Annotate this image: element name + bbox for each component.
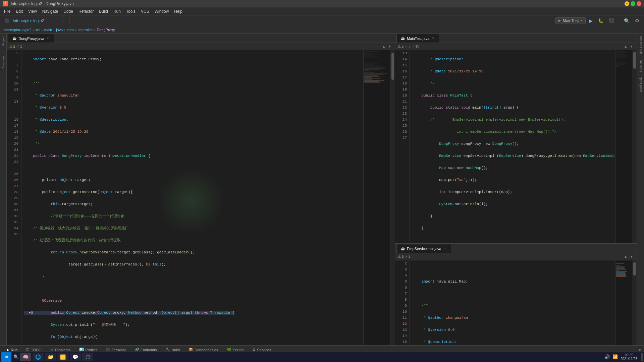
toolbar-sep-2 — [69, 17, 69, 24]
tab-empserviceimpl-close[interactable]: × — [443, 247, 447, 250]
collapse-down-btn[interactable]: ▼ — [387, 45, 392, 48]
app3-taskbar-app[interactable]: 🎵 — [82, 353, 93, 361]
menu-build[interactable]: Build — [96, 8, 111, 14]
menu-refactor[interactable]: Refactor — [76, 8, 96, 14]
taskbar-right-area: 🔊 📶 20:35 2021/11/25 — [604, 353, 643, 361]
right-bottom-header: ⚠ 5 ✓ 2 ▲ ▼ — [395, 253, 637, 260]
menu-code[interactable]: Code — [61, 8, 76, 14]
menu-tools[interactable]: Tools — [123, 8, 138, 14]
menu-run[interactable]: Run — [111, 8, 123, 14]
left-editor-tabs: ☕ DongProxy.java × — [7, 34, 395, 43]
run-config-dropdown[interactable]: ▶ MainTest ▼ — [555, 17, 586, 24]
toolbar-project-icon: ⬛ — [3, 18, 11, 23]
run-config-icon: ▶ — [558, 18, 561, 23]
right-top-collapse-down[interactable]: ▼ — [629, 45, 634, 48]
right-bottom-collapse-down[interactable]: ▼ — [629, 255, 634, 258]
right-top-warning: ⚠ 5 — [398, 45, 404, 48]
title-bar: I Interceptor-login2 - DongProxy.java − … — [0, 0, 644, 7]
tab-maintest[interactable]: ☕ MainTest.java × — [396, 34, 439, 43]
left-code-content: import java.lang.reflect.Proxy; /** * @a… — [21, 50, 363, 345]
breadcrumb-controller[interactable]: controller — [77, 28, 93, 32]
menu-file[interactable]: File — [1, 8, 13, 14]
edge-taskbar-app[interactable]: 🌐 — [33, 353, 44, 361]
file-taskbar-app[interactable]: 📁 — [45, 353, 56, 361]
left-scrollbar[interactable] — [390, 50, 395, 345]
search-taskbar-icon: 🔍 — [13, 354, 19, 360]
right-bottom-code-content: import java.util.Map; /** * @author zhan… — [410, 260, 615, 345]
menu-help[interactable]: Help — [171, 8, 185, 14]
app1-taskbar-app[interactable]: 🟨 — [57, 353, 68, 361]
toolbar-project-name: Interceptor-login2 — [13, 18, 44, 23]
breadcrumb-src[interactable]: src — [35, 28, 40, 32]
breadcrumb: Interceptor-login2 › src › main › java ›… — [0, 26, 644, 34]
tab-dongproxy-close[interactable]: × — [46, 37, 50, 40]
right-top-minimap — [615, 50, 632, 243]
show-desktop-btn[interactable] — [641, 353, 643, 361]
right-bottom-line-numbers: 2 3 4 5 6 7 8 9 10 11 12 13 14 15 — [395, 260, 410, 345]
breadcrumb-com[interactable]: com — [67, 28, 74, 32]
window-title: Interceptor-login2 - DongProxy.java — [11, 1, 74, 6]
taskbar-clock: 20:35 2021/11/25 — [621, 353, 637, 361]
close-button[interactable]: × — [637, 1, 641, 6]
breadcrumb-current: DongProxy — [97, 28, 115, 32]
right-bottom-collapse-up[interactable]: ▲ — [623, 255, 628, 258]
breadcrumb-main[interactable]: main — [44, 28, 52, 32]
tab-empserviceimpl[interactable]: ☕ EmpServiceimpl.java × — [396, 244, 451, 253]
word-book-label[interactable]: Word Book — [639, 76, 642, 94]
right-bottom-code-area[interactable]: 2 3 4 5 6 7 8 9 10 11 12 13 14 15 — [395, 260, 637, 345]
right-top-code-area[interactable]: 13 14 15 16 17 18 19 20 21 22 23 24 25 2… — [395, 50, 637, 243]
taskbar-network-icon: 🔊 — [604, 354, 610, 359]
menu-bar: File Edit View Navigate Code Refactor Bu… — [0, 7, 644, 15]
intellij-taskbar-icon: 🧠 — [23, 354, 29, 360]
tab-empserviceimpl-label: EmpServiceimpl.java — [407, 247, 441, 251]
taskbar-time-value: 20:35 — [621, 353, 637, 357]
start-button[interactable]: ⊞ — [1, 352, 11, 362]
left-minimap — [363, 50, 390, 345]
left-scroll-thumb[interactable] — [391, 53, 394, 80]
editor-area: ☕ DongProxy.java × ⚠ 2 ✓ 1 ▲ ▼ 5 — [7, 34, 644, 345]
jpa-structure-label[interactable]: JPA Structure — [639, 35, 642, 56]
collapse-up-btn[interactable]: ▲ — [381, 45, 386, 48]
menu-window[interactable]: Window — [152, 8, 172, 14]
menu-view[interactable]: View — [25, 8, 40, 14]
right-bottom-scroll-thumb[interactable] — [633, 262, 636, 276]
right-sidebar: JPA Structure Favorites Word Book — [637, 34, 644, 345]
toolbar-back-button[interactable]: ← — [50, 18, 57, 23]
structure-sidebar-label[interactable]: Structure — [2, 55, 5, 70]
intellij-taskbar-app[interactable]: 🧠 — [20, 353, 31, 361]
project-sidebar-label[interactable]: Project — [2, 35, 5, 47]
right-top-collapse-up[interactable]: ▲ — [623, 45, 628, 48]
maximize-button[interactable]: + — [631, 1, 635, 6]
left-sidebar: Project Structure — [0, 34, 7, 345]
debug-button[interactable]: 🐛 — [596, 17, 605, 24]
breadcrumb-java[interactable]: java — [56, 28, 63, 32]
toolbar-forward-button[interactable]: → — [59, 18, 66, 23]
breadcrumb-project[interactable]: Interceptor-login2 — [3, 28, 32, 32]
menu-navigate[interactable]: Navigate — [40, 8, 61, 14]
toolbar-search-button[interactable]: 🔍 — [622, 17, 632, 24]
tab-dongproxy-label: DongProxy.java — [18, 37, 44, 41]
left-code-area[interactable]: 5 7 8 9 10 11 13 16 17 18 19 20 — [7, 50, 395, 345]
favorites-label[interactable]: Favorites — [639, 58, 642, 73]
toolbar-settings-button[interactable]: ⚙ — [633, 17, 641, 24]
app3-taskbar-icon: 🎵 — [85, 354, 91, 360]
run-button[interactable]: ▶ — [587, 17, 595, 24]
right-top-tabs: ☕ MainTest.java × — [395, 34, 637, 43]
tab-maintest-close[interactable]: × — [431, 37, 435, 40]
app2-taskbar-app[interactable]: 💬 — [70, 353, 81, 361]
menu-vcs[interactable]: VCS — [138, 8, 152, 14]
right-top-scrollbar[interactable] — [632, 50, 637, 243]
right-top-error: ✓ 3 — [405, 45, 410, 48]
tab-dongproxy[interactable]: ☕ DongProxy.java × — [8, 34, 54, 43]
java-file-icon: ☕ — [12, 37, 16, 40]
search-taskbar-btn[interactable]: 🔍 — [13, 353, 19, 361]
stop-button[interactable]: ⬛ — [607, 17, 616, 24]
windows-taskbar: ⊞ 🔍 🧠 🌐 📁 🟨 💬 🎵 🔊 📶 20:35 2021/11/25 — [0, 351, 644, 362]
right-top-code-content: * @description: * @date 2021/11/25 19:33… — [410, 50, 615, 243]
minimize-button[interactable]: − — [625, 1, 629, 6]
right-top-scroll-thumb[interactable] — [633, 52, 636, 69]
right-bottom-scrollbar[interactable] — [632, 260, 637, 345]
right-bottom-check: ✓ 2 — [405, 255, 410, 258]
menu-edit[interactable]: Edit — [13, 8, 25, 14]
left-line-numbers: 5 7 8 9 10 11 13 16 17 18 19 20 — [7, 50, 21, 345]
